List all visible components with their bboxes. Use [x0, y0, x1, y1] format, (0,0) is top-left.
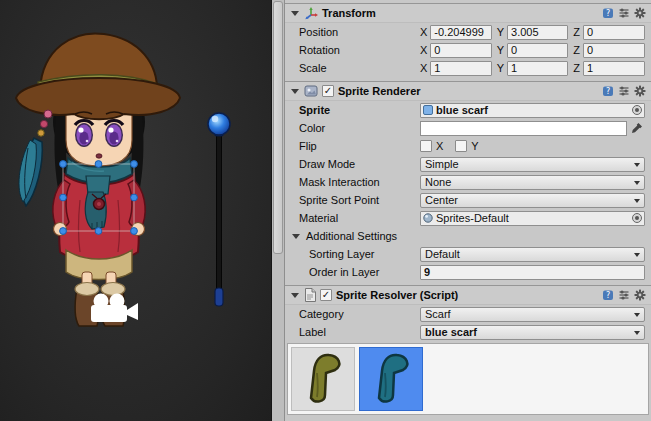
order-in-layer-input[interactable]: [420, 265, 645, 280]
category-dropdown[interactable]: Scarf: [420, 307, 645, 322]
sprite-resolver-foldout-icon[interactable]: [291, 293, 299, 298]
chevron-down-icon: [634, 181, 640, 185]
additional-settings-foldout[interactable]: Additional Settings: [285, 227, 651, 245]
draw-mode-value: Simple: [425, 158, 459, 170]
color-row: Color: [285, 119, 651, 137]
label-row: Label blue scarf: [285, 323, 651, 341]
order-in-layer-row: Order in Layer: [285, 263, 651, 281]
character-sprite[interactable]: [16, 33, 180, 326]
svg-text:?: ?: [606, 9, 610, 18]
sprite-renderer-enabled-checkbox[interactable]: ✓: [322, 85, 334, 97]
chevron-down-icon: [634, 253, 640, 257]
sprite-resolver-enabled-checkbox[interactable]: ✓: [320, 289, 332, 301]
flip-y-checkbox[interactable]: [455, 140, 467, 152]
transform-foldout-icon[interactable]: [291, 11, 299, 16]
rotation-label: Rotation: [299, 44, 420, 56]
axis-z-label: Z: [573, 62, 580, 74]
help-icon[interactable]: ?: [602, 85, 614, 97]
sorting-layer-dropdown[interactable]: Default: [420, 247, 645, 262]
sprite-sort-point-dropdown[interactable]: Center: [420, 193, 645, 208]
position-row: Position X Y Z: [285, 23, 651, 41]
sprite-variant-blue-scarf-selected[interactable]: [359, 347, 423, 411]
draw-mode-label: Draw Mode: [299, 158, 420, 170]
object-picker-icon[interactable]: [632, 105, 642, 115]
category-label: Category: [299, 308, 420, 320]
transform-header[interactable]: Transform ?: [285, 3, 651, 23]
axis-z-label: Z: [573, 44, 580, 56]
help-icon[interactable]: ?: [602, 7, 614, 19]
axis-z-label: Z: [573, 26, 580, 38]
help-icon[interactable]: ?: [602, 289, 614, 301]
additional-settings-foldout-icon[interactable]: [292, 234, 300, 239]
sorting-layer-value: Default: [425, 248, 460, 260]
presets-icon[interactable]: [618, 85, 630, 97]
axis-y-label: Y: [497, 62, 504, 74]
svg-text:?: ?: [606, 291, 610, 300]
scene-view[interactable]: [0, 0, 272, 421]
sprite-variant-strip: [287, 343, 649, 415]
staff-sprite[interactable]: [208, 113, 230, 306]
rotation-y-input[interactable]: [507, 43, 568, 58]
label-dropdown[interactable]: blue scarf: [420, 325, 645, 340]
sprite-object-field[interactable]: blue scarf: [420, 103, 645, 118]
flip-row: Flip X Y: [285, 137, 651, 155]
sorting-layer-label: Sorting Layer: [309, 248, 420, 260]
position-label: Position: [299, 26, 420, 38]
blue-scarf-icon: [365, 351, 417, 407]
hat-feather: [19, 110, 52, 206]
gear-icon[interactable]: [634, 85, 646, 97]
rotation-z-input[interactable]: [583, 43, 645, 58]
sprite-resolver-header[interactable]: ✓ Sprite Resolver (Script) ?: [285, 285, 651, 305]
category-value: Scarf: [425, 308, 451, 320]
label-value: blue scarf: [425, 326, 477, 338]
draw-mode-row: Draw Mode Simple: [285, 155, 651, 173]
chevron-down-icon: [634, 331, 640, 335]
sprite-sort-point-value: Center: [425, 194, 458, 206]
inspector-panel: Transform ?: [285, 0, 651, 421]
mask-interaction-row: Mask Interaction None: [285, 173, 651, 191]
flip-x-label: X: [436, 140, 443, 152]
flip-x-checkbox[interactable]: [420, 140, 432, 152]
material-label: Material: [299, 212, 420, 224]
sprite-thumb-icon: [423, 105, 433, 115]
mask-interaction-dropdown[interactable]: None: [420, 175, 645, 190]
rotation-row: Rotation X Y Z: [285, 41, 651, 59]
draw-mode-dropdown[interactable]: Simple: [420, 157, 645, 172]
camera-gizmo-icon[interactable]: [91, 294, 138, 323]
color-label: Color: [299, 122, 420, 134]
sprite-renderer-foldout-icon[interactable]: [291, 89, 299, 94]
material-value: Sprites-Default: [436, 212, 509, 224]
material-sphere-icon: [423, 213, 433, 223]
eyedropper-icon: [631, 122, 643, 134]
scale-z-input[interactable]: [583, 61, 645, 76]
sprite-sort-point-row: Sprite Sort Point Center: [285, 191, 651, 209]
gear-icon[interactable]: [634, 7, 646, 19]
presets-icon[interactable]: [618, 7, 630, 19]
gear-icon[interactable]: [634, 289, 646, 301]
script-icon: [304, 288, 316, 302]
unity-editor-window: Transform ?: [0, 0, 651, 421]
object-picker-icon[interactable]: [632, 213, 642, 223]
position-z-input[interactable]: [583, 25, 645, 40]
eyedropper-button[interactable]: [629, 120, 645, 136]
material-object-field[interactable]: Sprites-Default: [420, 211, 645, 226]
position-y-input[interactable]: [507, 25, 568, 40]
color-swatch[interactable]: [420, 121, 627, 136]
scale-label: Scale: [299, 62, 420, 74]
inspector-scrollbar[interactable]: [272, 0, 285, 421]
axis-y-label: Y: [497, 44, 504, 56]
position-x-input[interactable]: [430, 25, 491, 40]
presets-icon[interactable]: [618, 289, 630, 301]
scale-x-input[interactable]: [430, 61, 491, 76]
green-scarf-icon: [297, 351, 349, 407]
sprite-sort-point-label: Sprite Sort Point: [299, 194, 420, 206]
transform-icon: [304, 6, 318, 20]
scrollbar-thumb[interactable]: [273, 1, 283, 254]
scale-y-input[interactable]: [507, 61, 568, 76]
sprite-renderer-header[interactable]: ✓ Sprite Renderer ?: [285, 81, 651, 101]
sprite-variant-green-scarf[interactable]: [291, 347, 355, 411]
hat: [16, 33, 180, 119]
rotation-x-input[interactable]: [430, 43, 491, 58]
sprite-row: Sprite blue scarf: [285, 101, 651, 119]
transform-title: Transform: [322, 7, 376, 19]
